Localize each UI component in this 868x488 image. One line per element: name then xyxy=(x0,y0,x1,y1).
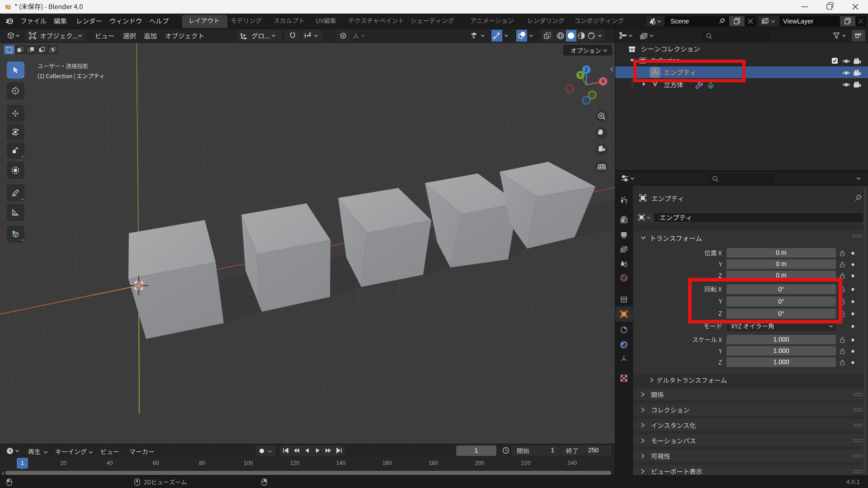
svg-text:Y: Y xyxy=(579,72,582,78)
svg-text:Z: Z xyxy=(585,67,588,72)
svg-text:X: X xyxy=(601,79,604,84)
